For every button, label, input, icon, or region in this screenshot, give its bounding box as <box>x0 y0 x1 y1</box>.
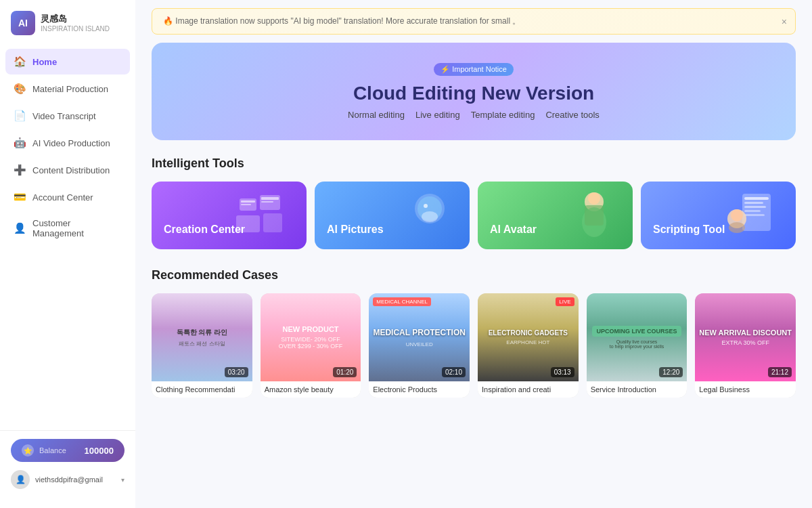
case-duration-4: 03:13 <box>551 367 574 377</box>
sidebar-item-home[interactable]: 🏠 Home <box>5 49 130 75</box>
avatar: 👤 <box>11 470 30 489</box>
creation-center-illustration <box>214 182 307 249</box>
tool-card-scripting[interactable]: Scripting Tool <box>641 182 796 249</box>
channel-badge-3: MEDICAL CHANNEL <box>373 297 431 306</box>
live-badge-4: LIVE <box>556 297 574 306</box>
sidebar-item-content-distribution[interactable]: ➕ Content Distribution <box>5 157 130 183</box>
material-icon: 🎨 <box>14 83 26 95</box>
svg-rect-5 <box>261 201 273 203</box>
tools-grid: Creation Center AI Pictures <box>152 182 796 249</box>
badge-text: ⚡ Important Notice <box>441 65 507 74</box>
sidebar-item-label: Video Transcript <box>32 111 96 121</box>
logo-icon: AI <box>11 11 35 35</box>
case-thumb-2: NEW PRODUCT SITEWIDE- 20% OFF OVER $299 … <box>261 293 361 381</box>
sidebar-item-ai-video[interactable]: 🤖 AI Video Production <box>5 130 130 156</box>
case-label-2: Amazon style beauty <box>261 381 361 398</box>
main-content: 🔥 Image translation now supports "AI big… <box>135 0 812 508</box>
case-card-2[interactable]: NEW PRODUCT SITEWIDE- 20% OFF OVER $299 … <box>261 293 361 398</box>
case-thumb-4: LIVE ELECTRONIC GADGETS EARPHONE HOT 03:… <box>478 293 579 381</box>
account-icon: 💳 <box>14 191 26 203</box>
app-subtitle: INSPIRATION ISLAND <box>41 25 110 33</box>
sidebar-item-label: Material Production <box>32 84 108 94</box>
transcript-icon: 📄 <box>14 110 26 122</box>
sidebar-item-label: Account Center <box>32 192 93 203</box>
scripting-tool-label: Scripting Tool <box>653 224 784 236</box>
sidebar-item-video-transcript[interactable]: 📄 Video Transcript <box>5 103 130 129</box>
case-duration-1: 03:20 <box>225 367 248 377</box>
ai-avatar-label: AI Avatar <box>490 224 621 236</box>
ai-pictures-label: AI Pictures <box>327 224 457 236</box>
notice-text: 🔥 Image translation now supports "AI big… <box>163 16 520 27</box>
svg-rect-18 <box>744 202 763 204</box>
case-duration-6: 21:12 <box>768 367 792 377</box>
sidebar: AI 灵感岛 INSPIRATION ISLAND 🏠 Home 🎨 Mater… <box>0 0 135 508</box>
svg-rect-19 <box>744 206 766 208</box>
svg-rect-21 <box>744 214 765 216</box>
notice-banner: 🔥 Image translation now supports "AI big… <box>152 8 796 35</box>
subtitle-template: Template editing <box>471 110 535 120</box>
case-card-6[interactable]: NEW ARRIVAL DISCOUNT EXTRA 30% OFF 21:12… <box>695 293 796 398</box>
svg-point-10 <box>422 211 438 222</box>
case-card-1[interactable]: 독특한 의류 라인 패토스 패션 스타일 03:20 Clothing Reco… <box>152 293 252 398</box>
case-label-5: Service Introduction <box>587 381 687 398</box>
user-profile[interactable]: 👤 viethsddpifra@gmail ▾ <box>11 470 125 489</box>
svg-rect-15 <box>585 205 604 226</box>
case-label-6: Legal Business <box>695 381 796 398</box>
case-duration-5: 12:20 <box>659 367 683 377</box>
svg-rect-4 <box>261 197 279 200</box>
ai-pictures-illustration <box>377 182 470 249</box>
hero-banner: ⚡ Important Notice Cloud Editing New Ver… <box>152 43 796 140</box>
case-card-5[interactable]: UPCOMING LIVE COURSES Quality live cours… <box>587 293 687 398</box>
ai-video-icon: 🤖 <box>14 137 26 149</box>
case-label-3: Electronic Products <box>369 381 470 398</box>
svg-point-14 <box>588 192 600 205</box>
customer-icon: 👤 <box>14 222 26 234</box>
hero-title: Cloud Editing New Version <box>353 83 594 104</box>
case-duration-2: 01:20 <box>333 367 357 377</box>
svg-rect-1 <box>241 200 255 203</box>
scripting-tool-illustration <box>703 182 796 249</box>
sidebar-item-material[interactable]: 🎨 Material Production <box>5 76 130 102</box>
case-card-3[interactable]: MEDICAL CHANNEL MEDICAL PROTECTION UNVEI… <box>369 293 470 398</box>
balance-label: Balance <box>39 446 66 454</box>
tool-card-ai-pictures[interactable]: AI Pictures <box>315 182 470 249</box>
chevron-down-icon: ▾ <box>121 476 125 484</box>
case-thumb-1: 독특한 의류 라인 패토스 패션 스타일 03:20 <box>152 293 252 381</box>
tool-card-ai-avatar[interactable]: AI Avatar <box>478 182 633 249</box>
home-icon: 🏠 <box>14 56 26 68</box>
intelligent-tools-title: Intelligent Tools <box>152 156 796 171</box>
balance-box: ⭐ Balance 100000 <box>11 439 125 462</box>
close-icon[interactable]: × <box>782 16 787 27</box>
svg-point-23 <box>731 209 743 221</box>
case-label-1: Clothing Recommendati <box>152 381 252 398</box>
tool-card-creation[interactable]: Creation Center <box>152 182 307 249</box>
case-thumb-5: UPCOMING LIVE COURSES Quality live cours… <box>587 293 687 381</box>
sidebar-item-account[interactable]: 💳 Account Center <box>5 184 130 210</box>
subtitle-creative: Creative tools <box>545 110 599 120</box>
recommended-cases-title: Recommended Cases <box>152 268 796 282</box>
case-thumb-6: NEW ARRIVAL DISCOUNT EXTRA 30% OFF 21:12 <box>695 293 796 381</box>
case-card-4[interactable]: LIVE ELECTRONIC GADGETS EARPHONE HOT 03:… <box>478 293 579 398</box>
cases-grid: 독특한 의류 라인 패토스 패션 스타일 03:20 Clothing Reco… <box>152 293 796 398</box>
ai-avatar-illustration <box>540 182 633 249</box>
sidebar-item-label: AI Video Production <box>32 138 110 148</box>
case-duration-3: 02:10 <box>442 367 466 377</box>
subtitle-normal: Normal editing <box>348 110 405 120</box>
sidebar-item-label: Content Distribution <box>32 165 110 175</box>
svg-rect-17 <box>744 197 769 200</box>
balance-icon: ⭐ <box>22 444 34 457</box>
logo-text-block: 灵感岛 INSPIRATION ISLAND <box>41 14 110 33</box>
svg-point-11 <box>424 204 428 208</box>
hero-subtitle: Normal editing Live editing Template edi… <box>348 110 600 120</box>
sidebar-item-customer[interactable]: 👤 Customer Management <box>5 211 130 245</box>
content-dist-icon: ➕ <box>14 164 26 176</box>
logo-area: AI 灵感岛 INSPIRATION ISLAND <box>0 11 135 49</box>
creation-center-label: Creation Center <box>164 224 294 236</box>
svg-rect-20 <box>744 210 761 212</box>
subtitle-live: Live editing <box>415 110 460 120</box>
sidebar-nav: 🏠 Home 🎨 Material Production 📄 Video Tra… <box>0 49 135 430</box>
app-name: 灵感岛 <box>41 14 110 25</box>
sidebar-item-label: Customer Management <box>32 218 122 238</box>
svg-rect-2 <box>241 204 251 205</box>
case-label-4: Inspiration and creati <box>478 381 579 398</box>
